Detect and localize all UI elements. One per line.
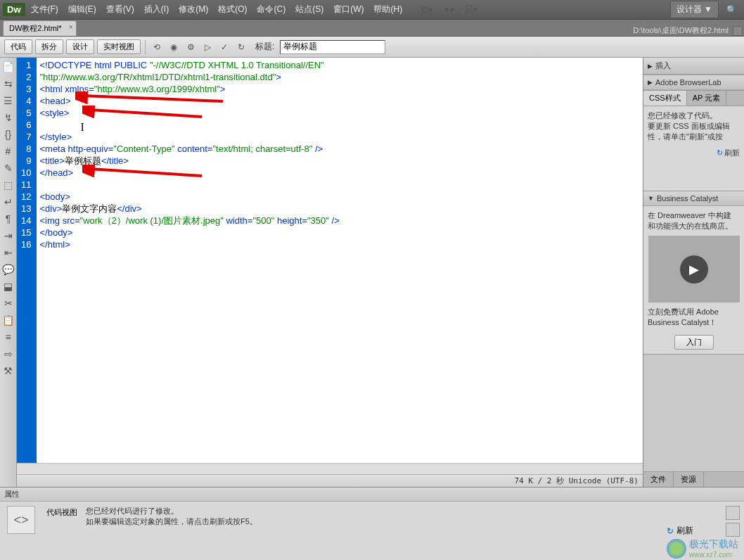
text-cursor-icon: I [80, 121, 84, 134]
collapse-icon[interactable] [733, 26, 743, 36]
menu-file[interactable]: 文件(F) [31, 4, 58, 15]
refresh-button[interactable]: ↻ 刷新 [717, 148, 740, 158]
props-msg: 如果要编辑选定对象的属性，请点击刷新或按F5。 [86, 516, 658, 527]
recent-snippets-icon[interactable]: ✂ [2, 297, 15, 310]
open-docs-icon[interactable]: 📄 [2, 61, 15, 73]
workspace-switcher[interactable]: 设计器 ▼ [670, 1, 719, 18]
format-icon[interactable]: ≡ [2, 331, 15, 343]
css-msg: 性，请单击"刷新"或按 [648, 132, 740, 142]
props-msg: 您已经对代码进行了修改。 [86, 506, 658, 516]
options-icon[interactable] [726, 523, 740, 537]
bc-msg: 和功能强大的在线商店。 [648, 221, 740, 231]
title-label: 标题: [255, 41, 274, 53]
refresh-icon: ↻ [667, 526, 674, 536]
expand-icon[interactable]: ☰ [2, 94, 15, 107]
title-input[interactable] [280, 40, 385, 54]
syntax-icon[interactable]: ⬚ [2, 179, 15, 191]
tab-label: DW教程2.html* [9, 24, 62, 32]
menu-window[interactable]: 窗口(W) [333, 4, 364, 15]
line-numbers-icon[interactable]: # [2, 145, 15, 158]
watermark-logo-icon [667, 539, 686, 559]
indent-icon[interactable]: ⇥ [2, 229, 15, 242]
preview-icon[interactable]: ▷ [200, 40, 214, 54]
collapse-tag-icon[interactable]: ⇆ [2, 77, 15, 90]
word-wrap-icon[interactable]: ↵ [2, 196, 15, 208]
code-view-button[interactable]: 代码 [4, 39, 32, 54]
site-icon[interactable]: 品▾ [464, 3, 478, 17]
refresh-icon: ↻ [717, 148, 723, 158]
search-icon[interactable]: 🔍 [724, 3, 738, 17]
close-icon[interactable]: × [69, 23, 73, 31]
main-menubar: Dw 文件(F) 编辑(E) 查看(V) 插入(I) 修改(M) 格式(O) 命… [0, 0, 744, 20]
refresh-button[interactable]: 刷新 [676, 525, 693, 537]
split-view-button[interactable]: 拆分 [35, 39, 63, 54]
highlight-icon[interactable]: ✎ [2, 162, 15, 174]
menu-format[interactable]: 格式(O) [218, 4, 247, 15]
browserlab-panel-header[interactable]: ▶Adobe BrowserLab [643, 75, 744, 90]
menu-modify[interactable]: 修改(M) [179, 4, 208, 15]
ap-elements-tab[interactable]: AP 元素 [687, 91, 727, 106]
refresh-icon[interactable]: ↻ [234, 40, 248, 54]
design-view-button[interactable]: 设计 [66, 39, 94, 54]
bc-msg: 在 Dreamweaver 中构建 [648, 210, 740, 221]
watermark-name: 极光下载站 [689, 538, 738, 551]
status-bar: 74 K / 2 秒 Unicode (UTF-8) [17, 474, 643, 487]
menu-site[interactable]: 站点(S) [295, 4, 323, 15]
expand-icon: ▶ [648, 63, 653, 70]
document-path: D:\tools\桌面\DW教程2.html [633, 25, 733, 36]
insert-panel-header[interactable]: ▶插入 [643, 58, 744, 75]
assets-tab[interactable]: 资源 [674, 472, 704, 487]
css-styles-tab[interactable]: CSS样式 [643, 91, 687, 106]
menu-commands[interactable]: 命令(C) [257, 4, 286, 15]
get-started-button[interactable]: 入门 [674, 335, 714, 350]
outdent-icon[interactable]: ⇤ [2, 246, 15, 259]
parent-tag-icon[interactable]: ↯ [2, 111, 15, 124]
layout-icon[interactable]: ▥▾ [419, 3, 433, 17]
tool-icon[interactable]: ⚒ [2, 364, 15, 377]
live-view-button[interactable]: 实时视图 [97, 39, 141, 54]
indent-code-icon[interactable]: ⇨ [2, 348, 15, 360]
document-tabbar: DW教程2.html* × D:\tools\桌面\DW教程2.html [0, 20, 744, 37]
bc-video-thumbnail[interactable]: ▶ [648, 236, 740, 303]
comment-icon[interactable]: 💬 [2, 263, 15, 276]
wrap-tag-icon[interactable]: ⬓ [2, 280, 15, 293]
code-toolbar: 📄 ⇆ ☰ ↯ {} # ✎ ⬚ ↵ ¶ ⇥ ⇤ 💬 ⬓ ✂ 📋 ≡ ⇨ ⚒ [0, 58, 17, 487]
app-logo: Dw [3, 3, 25, 16]
play-icon: ▶ [680, 255, 708, 284]
properties-panel: 属性 <> 代码视图 您已经对代码进行了修改。 如果要编辑选定对象的属性，请点击… [0, 487, 744, 560]
menu-edit[interactable]: 编辑(E) [68, 4, 96, 15]
document-tab[interactable]: DW教程2.html* × [3, 20, 77, 36]
panel-dock: ▶插入 ▶Adobe BrowserLab CSS样式 AP 元素 您已经修改了… [643, 58, 744, 487]
css-msg: 要更新 CSS 面板或编辑 [648, 121, 740, 132]
code-content[interactable]: <!DOCTYPE html PUBLIC "-//W3C//DTD XHTML… [37, 58, 643, 463]
help-icon[interactable] [726, 506, 740, 520]
inspect-icon[interactable]: ◉ [167, 40, 181, 54]
props-mode: 代码视图 [42, 502, 82, 560]
code-view-icon: <> [7, 506, 35, 534]
files-tab[interactable]: 文件 [643, 472, 674, 487]
extend-icon[interactable]: ✦▾ [442, 3, 456, 17]
expand-icon: ▶ [648, 79, 653, 86]
watermark: 极光下载站 www.xz7.com [667, 538, 738, 559]
browser-icon[interactable]: ⚙ [184, 40, 198, 54]
css-msg: 您已经修改了代码。 [648, 110, 740, 121]
balance-braces-icon[interactable]: {} [2, 128, 15, 141]
code-editor: 12345678 910111213141516 <!DOCTYPE html … [17, 58, 643, 487]
properties-title[interactable]: 属性 [0, 488, 744, 502]
check-icon[interactable]: ✓ [217, 40, 231, 54]
watermark-url: www.xz7.com [689, 551, 738, 559]
collapse-icon: ▼ [648, 195, 654, 202]
business-catalyst-header[interactable]: ▼Business Catalyst [643, 191, 744, 206]
line-gutter: 12345678 910111213141516 [17, 58, 37, 463]
move-css-icon[interactable]: 📋 [2, 314, 15, 326]
hidden-chars-icon[interactable]: ¶ [2, 212, 15, 225]
live-code-icon[interactable]: ⟲ [150, 40, 164, 54]
horizontal-scrollbar[interactable] [17, 463, 643, 474]
menu-insert[interactable]: 插入(I) [144, 4, 169, 15]
menu-help[interactable]: 帮助(H) [373, 4, 402, 15]
separator [145, 40, 146, 54]
document-toolbar: 代码 拆分 设计 实时视图 ⟲ ◉ ⚙ ▷ ✓ ↻ 标题: [0, 37, 744, 58]
menu-view[interactable]: 查看(V) [106, 4, 134, 15]
bc-try-msg: 立刻免费试用 Adobe Business Catalyst！ [648, 307, 740, 328]
